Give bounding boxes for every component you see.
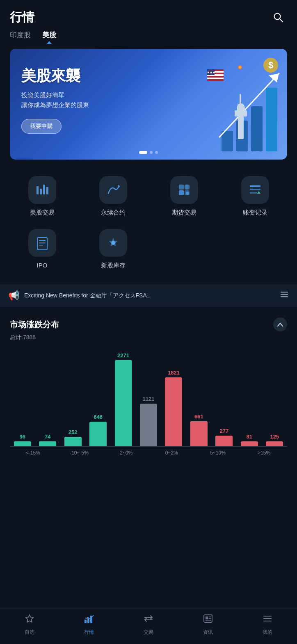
bar-rect-3 xyxy=(89,422,107,446)
bar-chart: 967425264622711121182166127781125 <-15% … xyxy=(10,348,287,471)
nav-item-watchlist[interactable]: 自选 xyxy=(13,613,46,636)
bottom-navigation: 自选 行情 交易 xyxy=(0,608,297,644)
market-icon xyxy=(84,613,94,626)
svg-point-29 xyxy=(186,192,189,195)
trade-label: 交易 xyxy=(144,629,153,636)
search-icon xyxy=(273,12,283,23)
quick-actions-row-1: 美股交易 永续合约 期货交易 xyxy=(7,172,290,221)
tab-us-stock[interactable]: 美股 xyxy=(42,30,56,42)
bar-group-9: 81 xyxy=(237,434,262,446)
announce-text: Exciting New Benefits for 金融庁「アクセスFSA」 xyxy=(24,292,275,299)
svg-rect-38 xyxy=(281,292,288,293)
quick-action-account-change[interactable]: 账变记录 xyxy=(226,172,284,221)
trade-icon xyxy=(143,613,154,626)
svg-rect-22 xyxy=(40,189,42,194)
futures-icon xyxy=(170,176,198,204)
svg-rect-5 xyxy=(266,88,277,151)
bar-group-8: 277 xyxy=(212,428,237,446)
market-total: 总计:7888 xyxy=(10,334,287,341)
axis-label-4: 0~2% xyxy=(148,447,195,456)
collapse-button[interactable] xyxy=(273,317,287,331)
us-stock-icon xyxy=(28,176,56,204)
svg-rect-31 xyxy=(250,189,260,190)
axis-label-1: <-15% xyxy=(10,447,56,456)
bar-rect-4 xyxy=(115,360,132,446)
bar-value-9: 81 xyxy=(247,434,252,440)
bar-value-4: 2271 xyxy=(117,352,129,359)
perpetual-icon xyxy=(99,176,127,204)
svg-rect-41 xyxy=(85,620,87,623)
bar-value-7: 661 xyxy=(194,413,203,420)
us-stock-label: 美股交易 xyxy=(30,209,55,217)
svg-rect-40 xyxy=(281,296,288,297)
bar-value-2: 252 xyxy=(69,429,78,435)
quick-action-perpetual[interactable]: 永续合约 xyxy=(85,172,142,221)
svg-rect-23 xyxy=(43,185,45,194)
bar-value-1: 74 xyxy=(45,434,50,440)
bar-value-0: 96 xyxy=(19,434,25,440)
bar-group-0: 96 xyxy=(10,434,35,446)
bar-rect-8 xyxy=(215,436,233,446)
bar-rect-6 xyxy=(165,377,182,446)
quick-actions: 美股交易 永续合约 期货交易 xyxy=(0,168,297,282)
account-change-icon xyxy=(241,176,269,204)
quick-action-ipo[interactable]: IPO xyxy=(14,225,71,274)
svg-rect-45 xyxy=(206,617,208,619)
watchlist-label: 自选 xyxy=(25,629,34,636)
nav-item-profile[interactable]: 我的 xyxy=(251,613,284,636)
quick-action-us-stock[interactable]: 美股交易 xyxy=(14,172,71,221)
tab-india-stock[interactable]: 印度股 xyxy=(10,30,31,42)
svg-rect-4 xyxy=(251,106,263,151)
bar-rect-5 xyxy=(140,404,157,446)
news-label: 资讯 xyxy=(203,629,213,636)
axis-label-5: 5~10% xyxy=(195,447,241,456)
promo-banner: 美股來襲 投資美股好簡單 讓你成為夢想企業的股東 我要申購 xyxy=(10,49,287,160)
nav-item-trade[interactable]: 交易 xyxy=(132,613,165,636)
market-header: 市场涨跌分布 xyxy=(10,317,287,331)
nav-item-market[interactable]: 行情 xyxy=(73,613,105,636)
banner-dot-3[interactable] xyxy=(155,151,158,154)
futures-label: 期货交易 xyxy=(172,209,196,217)
market-distribution-section: 市场涨跌分布 总计:7888 9674252646227111211821661… xyxy=(0,309,297,475)
nav-item-news[interactable]: 资讯 xyxy=(192,613,224,636)
profile-icon xyxy=(262,613,273,626)
page-title: 行情 xyxy=(10,9,34,26)
bar-rect-1 xyxy=(39,441,56,446)
bar-chart-bars: 967425264622711121182166127781125 xyxy=(10,348,287,446)
svg-rect-39 xyxy=(281,294,288,295)
svg-rect-35 xyxy=(39,242,46,244)
announce-menu-button[interactable] xyxy=(280,290,289,301)
quick-action-futures[interactable]: 期货交易 xyxy=(155,172,213,221)
search-button[interactable] xyxy=(269,8,287,26)
axis-label-3: -2~0% xyxy=(102,447,148,456)
bar-group-7: 661 xyxy=(186,413,211,446)
new-stock-icon xyxy=(99,229,127,257)
svg-point-20 xyxy=(239,66,241,69)
bar-value-5: 1121 xyxy=(143,396,155,402)
bar-value-8: 277 xyxy=(220,428,229,434)
banner-dot-1[interactable] xyxy=(139,151,147,154)
profile-label: 我的 xyxy=(263,629,272,636)
svg-rect-34 xyxy=(39,240,46,241)
bar-value-6: 1821 xyxy=(168,370,180,376)
bar-rect-2 xyxy=(64,437,82,446)
quick-actions-row-2: IPO 新股库存 xyxy=(7,225,290,274)
ipo-label: IPO xyxy=(37,262,48,269)
banner-dot-2[interactable] xyxy=(150,151,153,154)
perpetual-label: 永续合约 xyxy=(101,209,126,217)
bar-rect-10 xyxy=(266,441,283,446)
bar-chart-axis: <-15% -10~-5% -2~0% 0~2% 5~10% >15% xyxy=(10,446,287,456)
svg-rect-21 xyxy=(37,186,39,194)
announcement-bar: 📢 Exciting New Benefits for 金融庁「アクセスFSA」 xyxy=(0,284,297,307)
banner-apply-button[interactable]: 我要申購 xyxy=(21,119,62,134)
new-stock-label: 新股库存 xyxy=(101,262,126,269)
watchlist-icon xyxy=(24,613,35,626)
banner-title: 美股來襲 xyxy=(21,67,89,84)
svg-rect-32 xyxy=(250,192,257,194)
quick-action-new-stock[interactable]: 新股库存 xyxy=(85,225,142,274)
bar-value-3: 646 xyxy=(94,414,103,420)
banner-content: 美股來襲 投資美股好簡單 讓你成為夢想企業的股東 我要申購 xyxy=(21,67,89,134)
header: 行情 xyxy=(0,0,297,30)
market-tabs: 印度股 美股 xyxy=(0,30,297,42)
svg-marker-6 xyxy=(269,73,279,82)
